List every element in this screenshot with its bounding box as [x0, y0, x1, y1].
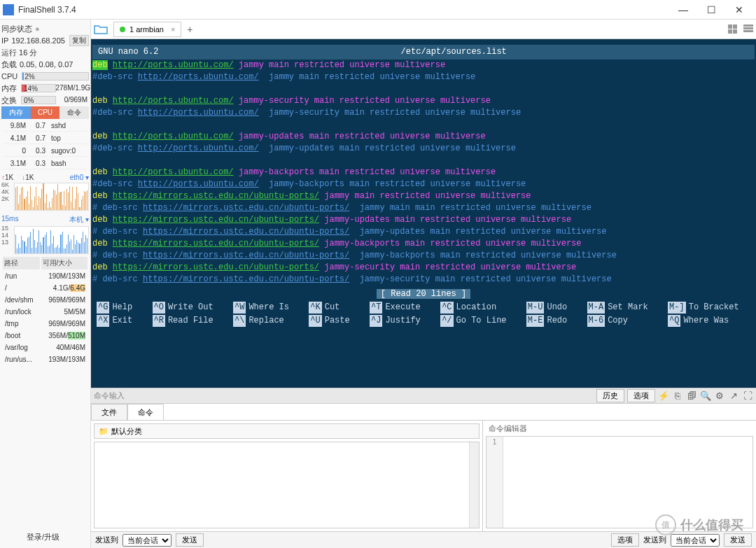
nano-shortcut: ^XExit [97, 315, 144, 327]
process-row[interactable]: 00.3sugov:0 [3, 146, 88, 157]
load-value: 0.05, 0.08, 0.07 [20, 60, 73, 69]
line-number: 1 [486, 438, 503, 446]
fs-row[interactable]: /tmp969M/969M [3, 318, 88, 329]
terminal-line: deb https://mirrors.ustc.edu.cn/ubuntu-p… [92, 238, 755, 250]
chevron-down-icon[interactable]: ▾ [85, 216, 89, 223]
fs-row[interactable]: /run/us...193M/193M [3, 354, 88, 365]
app-icon [3, 4, 14, 15]
terminal-line: deb http://ports.ubuntu.com/ jammy-secur… [92, 95, 755, 107]
fs-hdr-path: 路径 [3, 257, 40, 269]
login-link[interactable]: 登录/升级 [27, 532, 59, 542]
sync-label: 同步状态 [1, 24, 32, 34]
bottom-tab-cmd[interactable]: 命令 [127, 404, 164, 420]
bolt-icon[interactable]: ⚡ [658, 391, 669, 402]
ip-value: 192.168.68.205 [11, 36, 64, 45]
session-select-right[interactable]: 当前会话 [671, 534, 720, 547]
resource-tabs: 内存 CPU 命令 [1, 106, 89, 119]
send-button-right[interactable]: 发送 [724, 533, 752, 547]
list-view-icon[interactable] [743, 24, 756, 34]
send-button-left[interactable]: 发送 [176, 533, 204, 547]
nano-shortcut: ^JJustify [370, 315, 432, 327]
bottom-tab-file[interactable]: 文件 [91, 404, 127, 420]
terminal-line: deb https://mirrors.ustc.edu.cn/ubuntu-p… [92, 190, 755, 202]
nano-shortcut: ^TExecute [370, 302, 432, 314]
mem-label: 内存 [1, 83, 17, 94]
default-category: 默认分类 [111, 426, 142, 437]
copy-icon[interactable]: 🗐 [686, 391, 697, 402]
nano-shortcut: ^GHelp [97, 302, 144, 314]
fs-row[interactable]: /4.1G/6.4G [3, 283, 88, 293]
nano-shortcut: M-UUndo [526, 302, 579, 314]
net-chart [14, 183, 89, 211]
nano-shortcut: ^KCut [309, 302, 361, 314]
external-icon[interactable]: ↗ [728, 391, 739, 402]
tab-mem[interactable]: 内存 [1, 106, 31, 119]
close-tab-icon[interactable]: × [171, 25, 175, 34]
terminal-line: deb http://ports.ubuntu.com/ jammy-updat… [92, 131, 755, 143]
category-row[interactable]: 📁默认分类 [94, 423, 479, 439]
fullscreen-icon[interactable]: ⛶ [742, 391, 753, 402]
history-button[interactable]: 历史 [596, 389, 624, 402]
editor-file: /etc/apt/sources.list [401, 46, 507, 58]
session-select-left[interactable]: 当前会话 [122, 534, 172, 547]
nano-shortcut: M-]To Bracket [668, 302, 750, 314]
terminal-line: # deb-src https://mirrors.ustc.edu.cn/ub… [92, 274, 755, 286]
process-row[interactable]: 4.1M0.7top [3, 133, 88, 144]
command-editor[interactable]: 1 [486, 436, 753, 528]
nano-shortcut: ^/Go To Line [440, 315, 518, 327]
nano-shortcut: ^\Replace [233, 315, 300, 327]
terminal-line: # deb-src https://mirrors.ustc.edu.cn/ub… [92, 202, 755, 214]
swap-label: 交换 [1, 95, 17, 106]
minimize-button[interactable]: — [669, 0, 697, 20]
send-to-label-right: 发送到 [643, 535, 666, 545]
host[interactable]: 本机 [69, 216, 83, 223]
terminal-line [92, 83, 755, 95]
titlebar: FinalShell 3.7.4 — ☐ ✕ [0, 0, 756, 20]
tab-label: 1 armbian [130, 25, 164, 34]
tab-cpu[interactable]: CPU [31, 106, 60, 119]
nano-shortcut: M-ERedo [526, 315, 579, 327]
net-up: 1K [5, 174, 13, 181]
nano-shortcut: ^OWrite Out [153, 302, 225, 314]
uptime: 运行 16 分 [1, 48, 37, 58]
ip-label: IP [1, 36, 8, 45]
nano-shortcut: ^CLocation [440, 302, 518, 314]
process-row[interactable]: 9.8M0.7sshd [3, 120, 88, 132]
copy-button[interactable]: 复制 [69, 35, 89, 46]
clipboard-icon[interactable]: ⎘ [672, 391, 683, 402]
options-button[interactable]: 选项 [627, 389, 655, 402]
folder-icon[interactable] [94, 24, 108, 35]
terminal-line [92, 119, 755, 131]
terminal-line: #deb-src http://ports.ubuntu.com/ jammy-… [92, 178, 755, 190]
fs-row[interactable]: /run190M/193M [3, 271, 88, 281]
grid-view-icon[interactable] [728, 24, 741, 34]
cmd-placeholder[interactable]: 命令输入 [94, 391, 125, 401]
terminal-line [92, 155, 755, 167]
tab-armbian[interactable]: 1 armbian× [113, 22, 181, 37]
search-icon[interactable]: 🔍 [700, 391, 711, 402]
command-list[interactable] [94, 442, 479, 528]
send-to-label: 发送到 [95, 535, 118, 545]
tab-cmd[interactable]: 命令 [59, 106, 89, 119]
process-row[interactable]: 3.1M0.3bash [3, 158, 88, 169]
new-tab-button[interactable]: + [187, 24, 192, 35]
fs-row[interactable]: /run/lock5M/5M [3, 307, 88, 317]
close-button[interactable]: ✕ [725, 0, 753, 20]
mem-val: 278M/1.9G [56, 84, 92, 92]
fs-row[interactable]: /dev/shm969M/969M [3, 295, 88, 305]
fs-row[interactable]: /boot356M/510M [3, 330, 88, 341]
editor-name: GNU nano 6.2 [98, 46, 158, 58]
terminal-line: #deb-src http://ports.ubuntu.com/ jammy-… [92, 143, 755, 155]
cpu-pct: 2% [22, 73, 34, 80]
options-button-bottom[interactable]: 选项 [611, 533, 639, 547]
net-if[interactable]: eth0 [70, 174, 83, 181]
gear-icon[interactable]: ⚙ [714, 391, 725, 402]
tabbar: 1 armbian× + [91, 20, 756, 39]
fs-row[interactable]: /var/log40M/46M [3, 342, 88, 353]
terminal[interactable]: GNU nano 6.2/etc/apt/sources.list deb ht… [91, 39, 756, 388]
process-table: 9.8M0.7sshd4.1M0.7top00.3sugov:03.1M0.3b… [1, 119, 89, 171]
maximize-button[interactable]: ☐ [697, 0, 725, 20]
chevron-down-icon[interactable]: ▾ [85, 174, 89, 181]
scrollbar[interactable] [469, 442, 479, 528]
load-label: 负载 [1, 59, 17, 70]
